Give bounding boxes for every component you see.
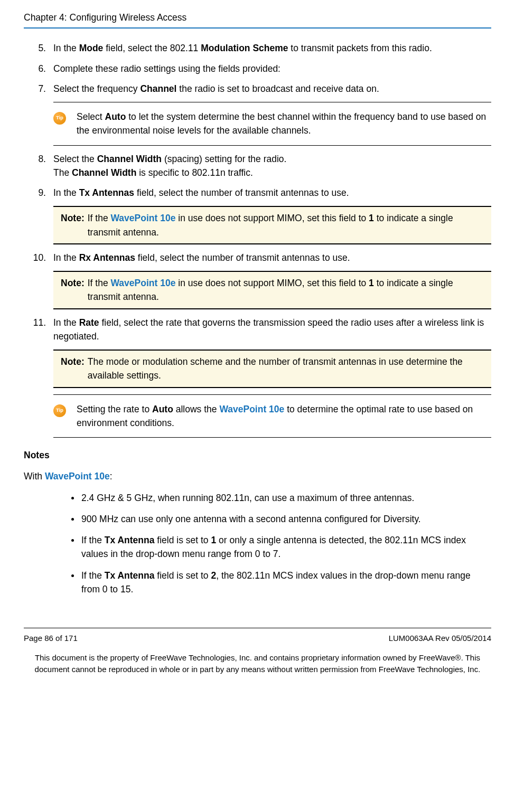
step-body: Select the Channel Width (spacing) setti… <box>53 152 491 180</box>
step-10: 10. In the Rx Antennas field, select the… <box>24 251 491 265</box>
list-item: If the Tx Antenna field is set to 2, the… <box>71 569 491 597</box>
text: Select <box>77 111 105 122</box>
text: allows the <box>173 404 220 414</box>
text: The <box>53 167 69 178</box>
bullet-icon <box>71 574 74 577</box>
bold: 1 <box>211 535 216 545</box>
doc-revision: LUM0063AA Rev 05/05/2014 <box>389 632 491 645</box>
text: field, select the 802.11 <box>103 43 201 53</box>
text: in use does not support MIMO, set this f… <box>175 278 369 288</box>
text: the radio is set to broadcast and receiv… <box>176 83 379 94</box>
text: If the <box>81 570 105 581</box>
product-link[interactable]: WavePoint 10e <box>219 404 284 414</box>
step-body: In the Rate field, select the rate that … <box>53 316 491 344</box>
text: With <box>24 471 45 481</box>
text: to transmit packets from this radio. <box>288 43 432 53</box>
bold: Auto <box>152 404 173 414</box>
note-callout: Note: If the WavePoint 10e in use does n… <box>53 271 491 309</box>
notes-bullets: 2.4 GHz & 5 GHz, when running 802.11n, c… <box>71 491 491 597</box>
bold: Rx Antennas <box>79 252 135 263</box>
chapter-header: Chapter 4: Configuring Wireless Access <box>24 11 491 24</box>
product-link[interactable]: WavePoint 10e <box>111 278 176 288</box>
step-6: 6. Complete these radio settings using t… <box>24 62 491 75</box>
text: in use does not support MIMO, set this f… <box>175 213 369 223</box>
footer-legal: This document is the property of FreeWav… <box>24 652 491 676</box>
bold: Modulation Scheme <box>201 43 288 53</box>
bold: Mode <box>79 43 104 53</box>
tip-text: Select Auto to let the system determine … <box>77 110 491 138</box>
bold: Tx Antenna <box>105 570 155 581</box>
text: In the <box>53 317 79 328</box>
text: Select the frequency <box>53 83 140 94</box>
bold: Tx Antennas <box>79 187 134 198</box>
step-8: 8. Select the Channel Width (spacing) se… <box>24 152 491 180</box>
list-text: 2.4 GHz & 5 GHz, when running 802.11n, c… <box>81 491 491 505</box>
notes-heading: Notes <box>24 448 491 462</box>
list-text: 900 MHz can use only one antenna with a … <box>81 512 491 526</box>
note-content: If the WavePoint 10e in use does not sup… <box>88 211 484 239</box>
note-callout: Note: If the WavePoint 10e in use does n… <box>53 206 491 244</box>
note-callout: Note: The mode or modulation scheme and … <box>53 350 491 388</box>
tip-icon: Tip <box>53 112 66 125</box>
page-number: Page 86 of 171 <box>24 632 78 645</box>
tip-callout: Tip Select Auto to let the system determ… <box>53 102 491 146</box>
bold: Channel Width <box>97 154 162 164</box>
product-link[interactable]: WavePoint 10e <box>45 471 110 481</box>
step-body: In the Rx Antennas field, select the num… <box>53 251 491 265</box>
bold: Auto <box>105 111 126 122</box>
text: If the <box>88 213 111 223</box>
bold: 2 <box>211 570 216 581</box>
bullet-icon <box>71 539 74 542</box>
note-label: Note: <box>61 355 88 383</box>
text: (spacing) setting for the radio. <box>162 154 286 164</box>
text: In the <box>53 187 79 198</box>
bullet-icon <box>71 497 74 499</box>
step-body: Complete these radio settings using the … <box>53 62 491 75</box>
bold: 1 <box>369 213 374 223</box>
text: If the <box>88 278 111 288</box>
note-label: Note: <box>61 211 88 239</box>
rule <box>53 394 491 395</box>
note-content: If the WavePoint 10e in use does not sup… <box>88 276 484 304</box>
text: field, select the number of transmit ant… <box>135 252 350 263</box>
step-number: 5. <box>24 41 53 55</box>
step-number: 8. <box>24 152 53 180</box>
text: field, select the number of transmit ant… <box>134 187 349 198</box>
step-7: 7. Select the frequency Channel the radi… <box>24 82 491 96</box>
step-number: 11. <box>24 316 53 344</box>
tip-callout: Tip Setting the rate to Auto allows the … <box>53 394 491 438</box>
bold: Rate <box>79 317 99 328</box>
footer-bar: Page 86 of 171 LUM0063AA Rev 05/05/2014 <box>24 628 491 645</box>
list-text: If the Tx Antenna field is set to 1 or o… <box>81 533 491 561</box>
step-body: Select the frequency Channel the radio i… <box>53 82 491 96</box>
step-11: 11. In the Rate field, select the rate t… <box>24 316 491 344</box>
rule <box>53 437 491 438</box>
note-content: The mode or modulation scheme and the nu… <box>88 355 484 383</box>
step-number: 6. <box>24 62 53 75</box>
bold: Channel Width <box>69 167 139 178</box>
text: field is set to <box>154 570 211 581</box>
text: In the <box>53 43 79 53</box>
text: Select the <box>53 154 97 164</box>
bullet-icon <box>71 518 74 521</box>
step-number: 10. <box>24 251 53 265</box>
header-rule <box>24 27 491 29</box>
bold: Channel <box>140 83 176 94</box>
list-item: 900 MHz can use only one antenna with a … <box>71 512 491 526</box>
step-number: 7. <box>24 82 53 96</box>
step-5: 5. In the Mode field, select the 802.11 … <box>24 41 491 55</box>
tip-icon: Tip <box>53 404 66 417</box>
product-link[interactable]: WavePoint 10e <box>111 213 176 223</box>
tip-text: Setting the rate to Auto allows the Wave… <box>77 402 491 430</box>
text: : <box>110 471 113 481</box>
step-number: 9. <box>24 186 53 200</box>
text: field, select the rate that governs the … <box>53 317 484 342</box>
step-body: In the Mode field, select the 802.11 Mod… <box>53 41 491 55</box>
text: to let the system determine the best cha… <box>77 111 486 136</box>
step-body: In the Tx Antennas field, select the num… <box>53 186 491 200</box>
text: is specific to 802.11n traffic. <box>139 167 253 178</box>
list-item: 2.4 GHz & 5 GHz, when running 802.11n, c… <box>71 491 491 505</box>
bold: 1 <box>369 278 374 288</box>
list-item: If the Tx Antenna field is set to 1 or o… <box>71 533 491 561</box>
ordered-steps: 5. In the Mode field, select the 802.11 … <box>24 41 491 438</box>
